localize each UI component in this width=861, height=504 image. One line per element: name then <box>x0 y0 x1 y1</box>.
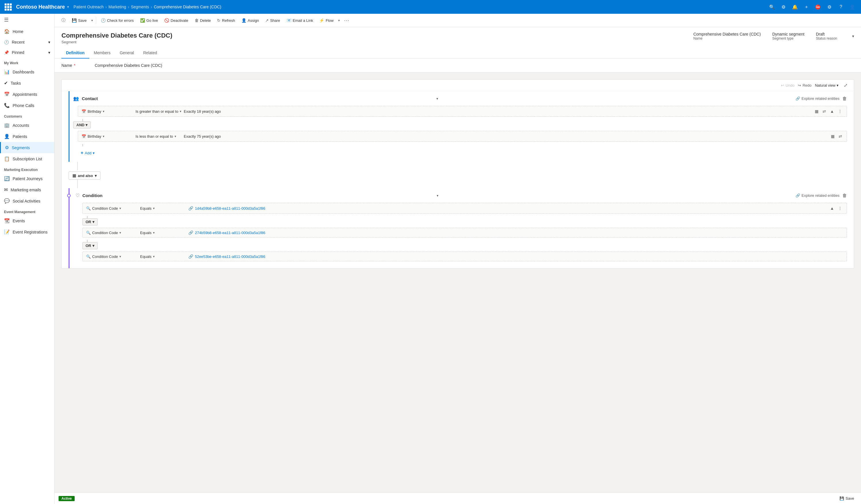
sidebar-item-phonecalls[interactable]: 📞 Phone Calls <box>0 100 54 111</box>
sidebar-item-tasks[interactable]: ✔ Tasks <box>0 78 54 89</box>
filter-icon[interactable]: ⛔ <box>813 2 823 12</box>
cc-operator-1[interactable]: Equals ▾ <box>140 206 186 211</box>
breadcrumb-segments[interactable]: Segments <box>131 4 149 9</box>
redo-button[interactable]: ↪ Redo <box>798 83 811 87</box>
bell-icon[interactable]: 🔔 <box>790 2 800 12</box>
condition-code-field-3[interactable]: 🔍 Condition Code ▾ <box>86 254 138 259</box>
tab-general[interactable]: General <box>115 47 139 58</box>
explore-related-button[interactable]: 🔗 Explore related entities <box>795 96 839 101</box>
sidebar-item-pinned[interactable]: 📌 Pinned ▾ <box>0 47 54 58</box>
birthday-field-1[interactable]: 📅 Birthday ▾ <box>82 109 133 114</box>
sidebar-item-patients[interactable]: 👤 Patients <box>0 131 54 142</box>
save-label: Save <box>78 18 87 23</box>
name-field-value[interactable]: Comprehensive Diabetes Care (CDC) <box>95 63 854 68</box>
tab-definition[interactable]: Definition <box>62 47 89 58</box>
flow-chevron[interactable]: ▾ <box>337 17 341 24</box>
gear-icon[interactable]: ⚙ <box>824 2 835 12</box>
statusbar-save-button[interactable]: 💾 Save <box>837 494 857 502</box>
cond-more-icon-1[interactable]: ⋮ <box>837 109 843 114</box>
sidebar-item-eventregistrations[interactable]: 📝 Event Registrations <box>0 226 54 238</box>
cond-table-icon-1[interactable]: ▦ <box>814 109 820 114</box>
expand-button[interactable]: ⤢ <box>842 82 849 89</box>
contact-block-delete-button[interactable]: 🗑 <box>842 96 847 101</box>
birthday-field-2[interactable]: 📅 Birthday ▾ <box>82 134 133 139</box>
more-options-button[interactable]: ⋯ <box>342 16 352 25</box>
cc-operator-3[interactable]: Equals ▾ <box>140 254 186 259</box>
cond-up-icon-1[interactable]: ▲ <box>829 109 835 114</box>
or-badge-1[interactable]: OR ▾ <box>82 218 98 225</box>
sidebar-item-subscriptionlist[interactable]: 📋 Subscription List <box>0 153 54 164</box>
email-link-button[interactable]: 📧 Email a Link <box>284 16 316 24</box>
tab-members[interactable]: Members <box>89 47 115 58</box>
sidebar-collapse-button[interactable]: ☰ <box>0 14 54 26</box>
trash-icon: 🗑 <box>195 18 199 23</box>
sidebar-item-socialactivities[interactable]: 💬 Social Activities <box>0 195 54 207</box>
cc-value-link-3[interactable]: 52ee53be-e658-ea11-a811-000d3a5a1f86 <box>195 254 265 259</box>
breadcrumb-marketing[interactable]: Marketing <box>109 4 126 9</box>
condition-block-chevron-icon[interactable]: ▾ <box>437 194 438 198</box>
sidebar-item-home[interactable]: 🏠 Home <box>0 26 54 37</box>
sidebar-item-events[interactable]: 📆 Events <box>0 215 54 226</box>
add-condition-button[interactable]: + Add ▾ <box>78 149 98 157</box>
assign-icon: 👤 <box>242 18 246 23</box>
assign-button[interactable]: 👤 Assign <box>238 16 262 24</box>
sidebar-item-segments[interactable]: ⚙ Segments <box>0 142 54 153</box>
condition-explore-button[interactable]: 🔗 Explore related entities <box>795 193 839 198</box>
cc-more-icon-1[interactable]: ⋮ <box>837 205 843 211</box>
search-icon[interactable]: 🔍 <box>767 2 777 12</box>
condition-block-delete-button[interactable]: 🗑 <box>842 193 847 198</box>
explore-icon: 🔗 <box>795 96 800 101</box>
operator-2[interactable]: Is less than or equal to ▾ <box>136 134 181 139</box>
deactivate-button[interactable]: 🚫 Deactivate <box>161 16 191 24</box>
check-errors-label: Check for errors <box>107 18 134 23</box>
sidebar-item-dashboards[interactable]: 📊 Dashboards <box>0 66 54 78</box>
sidebar-item-appointments[interactable]: 📅 Appointments <box>0 89 54 100</box>
cc-value-link-2[interactable]: 274b59b8-e658-ea11-a811-000d3a5a1f86 <box>195 230 265 235</box>
undo-label: Undo <box>785 83 794 87</box>
toolbar-info-button[interactable]: ⓘ <box>58 16 68 25</box>
condition-code-field-2[interactable]: 🔍 Condition Code ▾ <box>86 230 138 235</box>
sidebar-item-patientjourneys[interactable]: 🔄 Patient Journeys <box>0 173 54 184</box>
app-title: Contoso Healthcare <box>16 4 65 10</box>
cond-expand-icon-1[interactable]: ⇄ <box>821 109 827 114</box>
recent-chevron-icon: ▾ <box>48 40 50 44</box>
delete-button[interactable]: 🗑 Delete <box>192 16 214 24</box>
search-icon-cc1: 🔍 <box>86 206 91 211</box>
view-selector[interactable]: Natural view ▾ <box>815 83 838 87</box>
statusbar-save-label: Save <box>846 496 854 501</box>
and-badge-1[interactable]: AND ▾ <box>73 121 91 128</box>
sidebar-item-recent[interactable]: 🕐 Recent ▾ <box>0 37 54 47</box>
segments-icon: ⚙ <box>5 145 9 150</box>
or-badge-2[interactable]: OR ▾ <box>82 242 98 249</box>
cc-up-icon-1[interactable]: ▲ <box>829 205 835 211</box>
tab-related[interactable]: Related <box>139 47 162 58</box>
refresh-button[interactable]: ↻ Refresh <box>214 16 238 24</box>
and-also-badge[interactable]: ▦ and also ▾ <box>69 171 100 180</box>
undo-button[interactable]: ↩ Undo <box>781 83 794 87</box>
contact-block-chevron-icon[interactable]: ▾ <box>436 97 438 101</box>
settings-icon[interactable]: ⚙ <box>778 2 789 12</box>
help-icon[interactable]: ? <box>836 2 846 12</box>
sidebar-item-accounts[interactable]: 🏢 Accounts <box>0 120 54 131</box>
condition-code-field-1[interactable]: 🔍 Condition Code ▾ <box>86 206 138 211</box>
meta-status-group: Draft Status reason <box>816 32 837 40</box>
cc-value-link-1[interactable]: 1d4a59b8-e658-ea11-a811-000d3a5a1f86 <box>195 206 265 211</box>
app-chevron[interactable]: ▾ <box>67 5 69 9</box>
golive-button[interactable]: ✅ Go live <box>137 16 161 24</box>
cc-operator-2[interactable]: Equals ▾ <box>140 230 186 235</box>
save-button[interactable]: 💾 Save <box>69 16 90 24</box>
check-errors-button[interactable]: 🕐 Check for errors <box>98 16 137 24</box>
save-chevron[interactable]: ▾ <box>90 17 94 24</box>
flow-button[interactable]: ⚡ Flow <box>316 16 336 24</box>
sidebar-appointments-label: Appointments <box>13 92 37 97</box>
page-header-chevron-icon[interactable]: ▾ <box>852 34 854 39</box>
cond-table-icon-2[interactable]: ▦ <box>830 134 836 139</box>
share-button[interactable]: ↗ Share <box>262 16 283 24</box>
user-icon[interactable]: 👤 <box>847 2 858 12</box>
sidebar-item-marketingemails[interactable]: ✉ Marketing emails <box>0 184 54 195</box>
breadcrumb-patient-outreach[interactable]: Patient Outreach <box>73 4 104 9</box>
cond-expand-icon-2[interactable]: ⇄ <box>837 134 843 139</box>
plus-icon[interactable]: ＋ <box>801 2 811 12</box>
waffle-menu[interactable] <box>3 2 13 12</box>
operator-1[interactable]: Is greater than or equal to ▾ <box>136 109 181 114</box>
